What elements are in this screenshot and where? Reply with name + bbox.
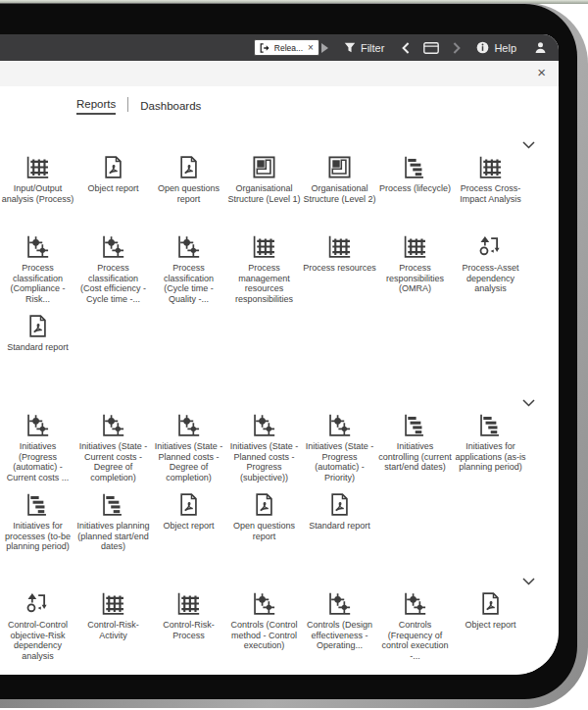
report-item-label: Initiatives (State - Planned costs - Pro… [227,441,301,482]
chevron-down-icon [522,578,535,585]
report-item-label: Organisational Structure (Level 1) [227,183,301,204]
report-item[interactable]: Control-Risk-Process [151,590,226,670]
tab-reports[interactable]: Reports [76,98,116,115]
report-item[interactable]: Initiatives (Progress (automatic) - Curr… [0,412,75,491]
report-item[interactable]: Controls (Design effectiveness - Operati… [302,590,377,670]
section-collapse-button[interactable] [522,141,535,149]
report-item-label: Process Cross-Impact Analysis [454,183,527,204]
report-item[interactable]: Process classification (Compliance - Ris… [0,233,75,313]
panel-close-button[interactable]: × [537,64,546,81]
report-item[interactable]: Initiatives for processes (to-be plannin… [0,491,75,571]
scatter-icon [326,590,353,617]
report-item[interactable]: Control-Control objective-Risk dependenc… [0,590,75,670]
report-item[interactable]: Controls (Control method - Control execu… [226,590,302,670]
report-item[interactable]: Organisational Structure (Level 1) [226,154,302,233]
report-item-label: Initiatives planning (planned start/end … [76,521,150,552]
nav-back-button[interactable] [402,42,410,54]
report-item[interactable]: Object report [75,154,151,233]
report-item[interactable]: Control-Risk-Activity [75,590,151,670]
report-item-label: Process management resources responsibil… [227,263,301,304]
report-item[interactable]: Initiatives controlling (current start/e… [377,412,453,491]
nav-forward-button[interactable] [453,42,461,54]
report-item[interactable]: Initiatives (State - Planned costs - Deg… [151,412,226,491]
report-item[interactable]: Process (lifecycle) [377,154,453,233]
report-item[interactable]: Initiatives (State - Progress (automatic… [302,412,377,491]
report-item[interactable]: Initiatives for applications (as-is plan… [453,412,528,491]
report-item-label: Controls (Design effectiveness - Operati… [303,620,376,651]
user-menu-button[interactable] [534,41,547,54]
report-item[interactable]: Open questions report [151,154,226,233]
gantt-icon [402,412,428,438]
report-item-label: Process classification (Compliance - Ris… [1,263,74,304]
grid-chart-icon [477,154,504,180]
report-item[interactable]: Process resources [302,233,377,313]
app-screen: Relea... × Filter Help × ReportsDashboar… [0,34,559,675]
report-item-label: Control-Control objective-Risk dependenc… [1,620,74,661]
report-item-label: Object report [454,620,527,631]
report-item[interactable]: Standard report [0,313,75,392]
section-collapse-button[interactable] [522,399,535,407]
report-item-label: Initiatives (State - Current costs - Deg… [76,441,150,482]
scatter-icon [175,233,202,260]
report-item[interactable]: Input/Output analysis (Process) [0,154,75,233]
scatter-icon [175,412,202,438]
report-item[interactable]: Organisational Structure (Level 2) [302,154,377,233]
release-tab[interactable]: Relea... × [254,39,319,56]
report-item-label: Process classification (Cost efficiency … [76,263,150,304]
panel-header: × [0,61,559,86]
tab-dashboards[interactable]: Dashboards [140,100,201,115]
report-item[interactable]: Initiatives planning (planned start/end … [75,491,151,571]
report-item[interactable]: Initiatives (State - Planned costs - Pro… [226,412,302,491]
report-item[interactable]: Standard report [302,491,377,571]
report-item[interactable]: Process classification (Cost efficiency … [75,233,151,313]
release-tab-label: Relea... [274,43,303,53]
report-item-label: Open questions report [152,183,225,204]
report-item[interactable]: Object report [453,590,528,670]
section-process-reports: Input/Output analysis (Process)Object re… [0,136,559,392]
report-item-label: Controls (Control method - Control execu… [227,620,301,651]
report-item-label: Initiatives controlling (current start/e… [378,441,452,473]
report-item-label: Input/Output analysis (Process) [1,183,74,204]
gantt-icon [477,412,504,438]
tab-divider [127,97,128,112]
pdf-icon [326,491,353,518]
reports-panel: ReportsDashboards Input/Output analysis … [0,86,559,675]
report-item[interactable]: Open questions report [226,491,302,571]
section-header [0,136,559,154]
help-label: Help [494,42,516,54]
report-item[interactable]: Process-Asset dependency analysis [453,233,528,313]
section-header [0,573,559,590]
report-grid: Control-Control objective-Risk dependenc… [0,590,559,670]
section-collapse-button[interactable] [522,578,535,585]
report-item[interactable]: Process classification (Cycle time - Qua… [151,233,226,313]
scatter-icon [100,412,126,438]
pdf-icon [477,590,504,617]
grid-chart-icon [100,590,126,617]
grid-chart-icon [251,233,277,260]
report-item-label: Initiatives (State - Progress (automatic… [303,441,376,482]
report-item-label: Process responsibilities (OMRA) [378,263,452,294]
filter-button[interactable]: Filter [344,42,384,54]
info-icon [476,41,489,54]
scatter-icon [100,233,126,260]
report-item[interactable]: Process responsibilities (OMRA) [377,233,453,313]
pdf-icon [100,154,126,180]
report-item[interactable]: Process Cross-Impact Analysis [453,154,528,233]
report-item[interactable]: Process management resources responsibil… [226,233,302,313]
report-item[interactable]: Initiatives (State - Current costs - Deg… [75,412,151,491]
windows-button[interactable] [423,42,439,54]
pdf-icon [175,154,202,180]
report-item[interactable]: Object report [151,491,226,571]
sections: Input/Output analysis (Process)Object re… [0,136,559,670]
filter-icon [344,42,356,53]
tab-close-button[interactable]: × [308,43,314,53]
report-item[interactable]: Controls (Frequency of control execution… [377,590,453,670]
grid-chart-icon [175,590,202,617]
scatter-icon [24,412,51,438]
section-control-reports: Control-Control objective-Risk dependenc… [0,573,559,670]
org-structure-icon [326,154,353,180]
report-item-label: Process classification (Cycle time - Qua… [152,263,225,304]
help-button[interactable]: Help [476,41,516,54]
exit-icon [260,43,270,53]
report-item-label: Process resources [303,263,376,274]
